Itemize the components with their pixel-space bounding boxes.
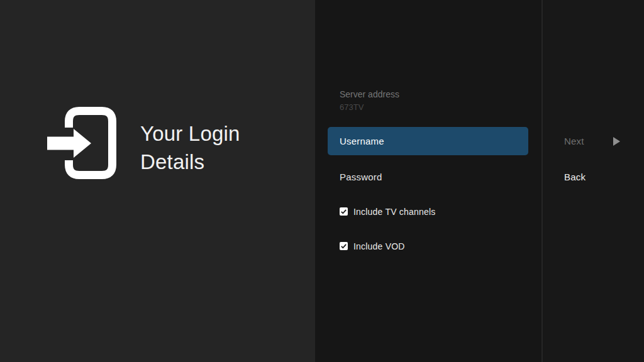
page-title: Your Login Details bbox=[140, 119, 285, 176]
password-field[interactable]: Password bbox=[328, 163, 528, 191]
form-panel: Server address 673TV Username Password I… bbox=[315, 0, 541, 362]
back-button-label: Back bbox=[564, 172, 586, 182]
checkbox-checked-icon bbox=[340, 207, 348, 216]
login-details-setup-screen: Your Login Details Server address 673TV … bbox=[0, 0, 644, 362]
chevron-right-icon bbox=[613, 137, 620, 146]
server-address-group: Server address 673TV bbox=[340, 89, 399, 113]
next-button[interactable]: Next bbox=[543, 127, 644, 155]
include-tv-channels-label: Include TV channels bbox=[353, 207, 435, 217]
include-tv-channels-checkbox-row[interactable]: Include TV channels bbox=[328, 197, 528, 226]
guidance-panel: Your Login Details bbox=[0, 0, 315, 362]
include-vod-label: Include VOD bbox=[353, 241, 405, 251]
actions-panel: Next Back bbox=[543, 0, 644, 362]
login-icon bbox=[47, 107, 117, 180]
back-button[interactable]: Back bbox=[543, 163, 644, 191]
server-address-label: Server address bbox=[340, 89, 399, 101]
username-field-label: Username bbox=[340, 136, 384, 146]
password-field-label: Password bbox=[340, 172, 382, 182]
next-button-label: Next bbox=[564, 136, 584, 146]
server-address-value: 673TV bbox=[340, 102, 399, 113]
checkbox-checked-icon bbox=[340, 242, 348, 250]
username-field[interactable]: Username bbox=[328, 127, 528, 155]
include-vod-checkbox-row[interactable]: Include VOD bbox=[328, 232, 528, 260]
